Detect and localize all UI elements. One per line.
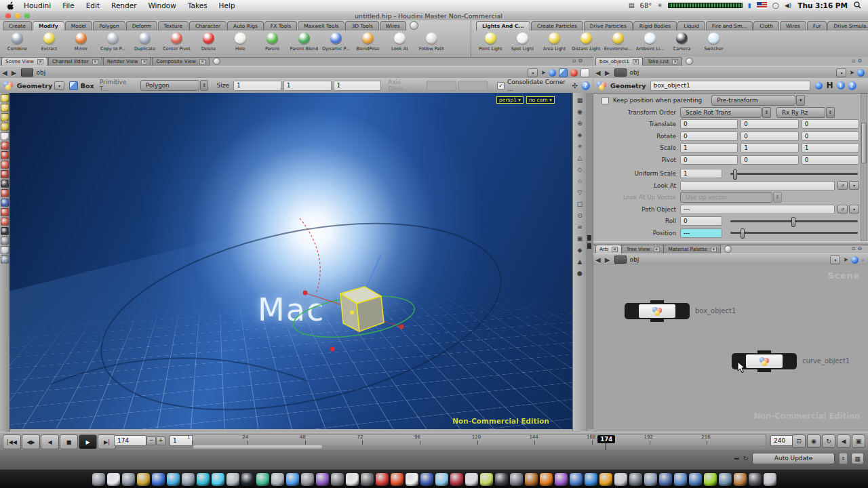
path-text[interactable]: obj (629, 69, 639, 76)
viewport-display-option-icon[interactable]: ▽ (574, 187, 585, 198)
shelf-tab[interactable]: Wires (780, 21, 806, 30)
pane-tab[interactable]: Material Palette✕ (665, 245, 721, 253)
dock-app-icon[interactable] (271, 473, 284, 486)
viewport-display-option-icon[interactable]: ⊙ (574, 210, 585, 221)
dock-app-icon[interactable] (107, 473, 120, 486)
dock-app-icon[interactable] (525, 473, 538, 486)
pane-tab[interactable]: Arb✕ (595, 245, 622, 253)
dock-app-icon[interactable] (316, 473, 329, 486)
dock-app-icon[interactable] (734, 473, 747, 486)
param-field-x[interactable]: 0 (680, 155, 738, 165)
zoom-window-button[interactable] (24, 13, 30, 18)
position-field[interactable]: --- (680, 228, 722, 238)
persp-view-label[interactable]: persp1 ▾ (496, 96, 524, 104)
viewport-display-option-icon[interactable]: □ (574, 199, 585, 209)
shelf-tab[interactable]: FX Tools (264, 21, 297, 30)
op-menu-icon[interactable]: ▾ (849, 181, 859, 190)
path-dropdown-button[interactable]: ▾ (836, 68, 846, 77)
viewport-tool-icon[interactable] (1, 227, 9, 235)
dock-app-icon[interactable] (644, 473, 657, 486)
shelf-tab[interactable]: Create (3, 21, 32, 30)
dock-app-icon[interactable] (570, 473, 583, 486)
shelf-tool[interactable]: Dynamic P... (320, 31, 352, 56)
dock-app-icon[interactable] (495, 473, 508, 486)
dock-app-icon[interactable] (212, 473, 224, 486)
sync-status-icon[interactable]: ◯ (772, 2, 779, 9)
viewport-tool-icon[interactable] (1, 189, 9, 197)
param-field-z[interactable]: 0 (802, 119, 859, 129)
dock-app-icon[interactable] (137, 473, 150, 486)
op-menu-icon[interactable]: ▾ (849, 205, 859, 214)
dock-app-icon[interactable] (585, 473, 597, 486)
shelf-tool[interactable]: Copy to P... (97, 31, 129, 56)
dock-app-icon[interactable] (420, 473, 433, 486)
viewport-tool-icon[interactable] (1, 170, 9, 178)
shelf-tab[interactable]: Drive Simula... (827, 21, 868, 30)
rotate-order-select[interactable]: Rx Ry Rz (776, 107, 825, 118)
viewport-tool-icon[interactable] (1, 256, 9, 264)
shelf-tab[interactable]: Wires (380, 21, 406, 30)
update-mode-select[interactable]: Auto Update (752, 453, 835, 464)
node-box-object1[interactable]: box_object1 (625, 303, 690, 319)
dock-app-icon[interactable] (764, 473, 776, 486)
shelf-tool[interactable]: Switcher (698, 31, 730, 56)
dock-app-icon[interactable] (689, 473, 702, 486)
path-forward-icon[interactable]: ▶ (12, 69, 17, 77)
shelf-tool[interactable]: Hole (224, 31, 256, 56)
pane-splitter[interactable] (586, 93, 593, 429)
pane-menu-icon[interactable]: ⊙ (857, 58, 862, 64)
param-field-z[interactable]: 0 (802, 155, 859, 165)
maximize-pane-icon[interactable]: ▫ (852, 58, 855, 64)
dock-app-icon[interactable] (92, 473, 105, 486)
shelf-tab[interactable]: Modify (33, 21, 64, 30)
close-tab-icon[interactable]: ✕ (37, 59, 43, 64)
volume-status-icon[interactable]: ◀) (785, 2, 791, 9)
primitive-type-stepper[interactable]: ⇕ (200, 80, 209, 91)
minimize-window-button[interactable] (15, 13, 20, 18)
pane-tab[interactable]: Render View✕ (103, 57, 152, 66)
path-node-icon[interactable] (614, 68, 627, 77)
pane-tab[interactable]: box_object1✕ (595, 57, 643, 66)
shelf-tool[interactable]: Combine (1, 31, 33, 56)
roll-field[interactable]: 0 (680, 216, 722, 226)
transform-order-select[interactable]: Scale Rot Trans (680, 107, 762, 118)
shelf-tool[interactable]: Camera (666, 31, 698, 56)
dock-app-icon[interactable] (226, 473, 239, 486)
dock-app-icon[interactable] (465, 473, 478, 486)
dock-app-icon[interactable] (614, 473, 627, 486)
viewport-display-option-icon[interactable]: △ (574, 152, 585, 163)
viewport-tool-icon[interactable] (1, 218, 9, 226)
dock-app-icon[interactable] (599, 473, 612, 486)
dock-app-icon[interactable] (152, 473, 165, 486)
viewport-display-option-icon[interactable]: ◆ (574, 245, 585, 256)
close-tab-icon[interactable]: ✕ (633, 59, 639, 64)
shelf-tab[interactable]: Texture (158, 21, 189, 30)
params-scrollbar[interactable] (861, 94, 867, 241)
close-tab-icon[interactable]: ✕ (92, 59, 98, 64)
path-back-icon[interactable]: ◀ (595, 69, 601, 77)
shelf-tab[interactable]: Drive Particles (584, 21, 633, 30)
dock-app-icon[interactable] (749, 473, 762, 486)
shelf-tab[interactable]: 3D Tools (345, 21, 378, 30)
param-field-y[interactable]: 1 (741, 143, 798, 152)
dock-app-icon[interactable] (510, 473, 523, 486)
viewport-tool-icon[interactable] (1, 237, 9, 245)
dock-app-icon[interactable] (256, 473, 269, 486)
transport-button[interactable]: ■ (60, 434, 78, 449)
viewport-display-option-icon[interactable]: ◈ (574, 129, 585, 140)
path-object-field[interactable]: --- (680, 205, 835, 214)
audio-toggle-icon[interactable]: ◀ (837, 434, 850, 448)
shelf-tool[interactable]: Duplicate (129, 31, 161, 56)
geometry-type-icon[interactable] (3, 81, 14, 90)
target-node-icon[interactable] (815, 82, 823, 89)
dock-app-icon[interactable] (167, 473, 180, 486)
viewport-display-option-icon[interactable]: ● (574, 268, 585, 279)
pane-tab[interactable]: Take List✕ (644, 57, 682, 66)
add-pane-tab-button[interactable] (686, 58, 693, 65)
path-node-icon[interactable] (614, 256, 627, 264)
shelf-tool[interactable]: Mirror (65, 31, 97, 56)
size-y-field[interactable]: 1 (283, 81, 332, 91)
transport-button[interactable]: ◀▶ (22, 434, 40, 449)
dock-app-icon[interactable] (629, 473, 642, 486)
transform-order-stepper[interactable]: ⇕ (762, 107, 771, 118)
